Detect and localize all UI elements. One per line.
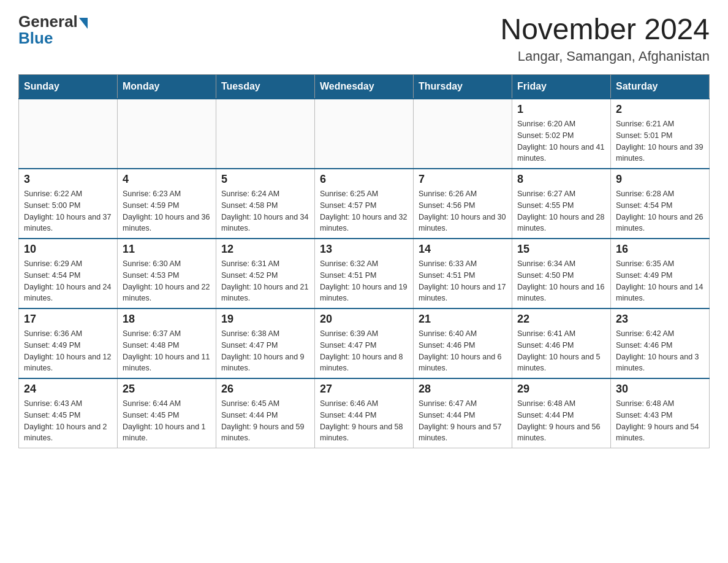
day-number: 22 xyxy=(517,313,605,326)
week-row-3: 10Sunrise: 6:29 AMSunset: 4:54 PMDayligh… xyxy=(19,239,710,308)
day-number: 4 xyxy=(123,173,211,186)
day-info: Sunrise: 6:23 AMSunset: 4:59 PMDaylight:… xyxy=(123,188,211,234)
day-info: Sunrise: 6:33 AMSunset: 4:51 PMDaylight:… xyxy=(419,258,507,304)
day-info: Sunrise: 6:31 AMSunset: 4:52 PMDaylight:… xyxy=(221,258,309,304)
day-info: Sunrise: 6:22 AMSunset: 5:00 PMDaylight:… xyxy=(24,188,112,234)
day-info: Sunrise: 6:42 AMSunset: 4:46 PMDaylight:… xyxy=(616,328,704,374)
day-number: 17 xyxy=(24,313,112,326)
logo-arrow-icon xyxy=(79,18,88,29)
day-number: 27 xyxy=(320,383,408,396)
day-info: Sunrise: 6:35 AMSunset: 4:49 PMDaylight:… xyxy=(616,258,704,304)
day-header-thursday: Thursday xyxy=(414,75,512,99)
calendar-cell: 25Sunrise: 6:44 AMSunset: 4:45 PMDayligh… xyxy=(118,378,216,448)
day-number: 8 xyxy=(517,173,605,186)
day-header-saturday: Saturday xyxy=(611,75,710,99)
day-number: 21 xyxy=(419,313,507,326)
logo: General Blue xyxy=(18,12,88,48)
day-info: Sunrise: 6:29 AMSunset: 4:54 PMDaylight:… xyxy=(24,258,112,304)
day-info: Sunrise: 6:30 AMSunset: 4:53 PMDaylight:… xyxy=(123,258,211,304)
day-number: 13 xyxy=(320,243,408,256)
week-row-4: 17Sunrise: 6:36 AMSunset: 4:49 PMDayligh… xyxy=(19,308,710,378)
day-info: Sunrise: 6:43 AMSunset: 4:45 PMDaylight:… xyxy=(24,398,112,444)
day-number: 6 xyxy=(320,173,408,186)
day-number: 23 xyxy=(616,313,704,326)
day-info: Sunrise: 6:27 AMSunset: 4:55 PMDaylight:… xyxy=(517,188,605,234)
calendar-cell xyxy=(19,99,118,169)
day-number: 30 xyxy=(616,383,704,396)
day-info: Sunrise: 6:32 AMSunset: 4:51 PMDaylight:… xyxy=(320,258,408,304)
calendar-cell: 23Sunrise: 6:42 AMSunset: 4:46 PMDayligh… xyxy=(611,308,710,378)
day-info: Sunrise: 6:48 AMSunset: 4:43 PMDaylight:… xyxy=(616,398,704,444)
calendar-cell: 18Sunrise: 6:37 AMSunset: 4:48 PMDayligh… xyxy=(118,308,216,378)
day-info: Sunrise: 6:26 AMSunset: 4:56 PMDaylight:… xyxy=(419,188,507,234)
calendar-cell xyxy=(414,99,512,169)
day-number: 24 xyxy=(24,383,112,396)
calendar-cell: 24Sunrise: 6:43 AMSunset: 4:45 PMDayligh… xyxy=(19,378,118,448)
calendar-cell xyxy=(216,99,315,169)
day-number: 3 xyxy=(24,173,112,186)
day-number: 28 xyxy=(419,383,507,396)
calendar-cell: 26Sunrise: 6:45 AMSunset: 4:44 PMDayligh… xyxy=(216,378,315,448)
calendar-subtitle: Langar, Samangan, Afghanistan xyxy=(500,48,710,64)
day-number: 7 xyxy=(419,173,507,186)
day-number: 14 xyxy=(419,243,507,256)
day-info: Sunrise: 6:37 AMSunset: 4:48 PMDaylight:… xyxy=(123,328,211,374)
day-header-tuesday: Tuesday xyxy=(216,75,315,99)
day-number: 5 xyxy=(221,173,309,186)
day-number: 29 xyxy=(517,383,605,396)
day-header-wednesday: Wednesday xyxy=(315,75,414,99)
day-info: Sunrise: 6:28 AMSunset: 4:54 PMDaylight:… xyxy=(616,188,704,234)
calendar-cell: 11Sunrise: 6:30 AMSunset: 4:53 PMDayligh… xyxy=(118,239,216,308)
title-area: November 2024 Langar, Samangan, Afghanis… xyxy=(500,12,710,64)
day-number: 2 xyxy=(616,103,704,116)
header: General Blue November 2024 Langar, Saman… xyxy=(18,12,710,64)
calendar-cell: 21Sunrise: 6:40 AMSunset: 4:46 PMDayligh… xyxy=(414,308,512,378)
calendar-cell: 9Sunrise: 6:28 AMSunset: 4:54 PMDaylight… xyxy=(611,169,710,239)
calendar-title: November 2024 xyxy=(500,12,710,46)
week-row-5: 24Sunrise: 6:43 AMSunset: 4:45 PMDayligh… xyxy=(19,378,710,448)
day-info: Sunrise: 6:24 AMSunset: 4:58 PMDaylight:… xyxy=(221,188,309,234)
logo-blue-text: Blue xyxy=(18,29,53,48)
calendar-cell: 7Sunrise: 6:26 AMSunset: 4:56 PMDaylight… xyxy=(414,169,512,239)
day-info: Sunrise: 6:46 AMSunset: 4:44 PMDaylight:… xyxy=(320,398,408,444)
day-info: Sunrise: 6:36 AMSunset: 4:49 PMDaylight:… xyxy=(24,328,112,374)
day-number: 9 xyxy=(616,173,704,186)
day-number: 20 xyxy=(320,313,408,326)
calendar-cell xyxy=(315,99,414,169)
calendar-table: SundayMondayTuesdayWednesdayThursdayFrid… xyxy=(18,74,710,448)
calendar-cell: 15Sunrise: 6:34 AMSunset: 4:50 PMDayligh… xyxy=(512,239,611,308)
day-info: Sunrise: 6:21 AMSunset: 5:01 PMDaylight:… xyxy=(616,118,704,164)
day-number: 10 xyxy=(24,243,112,256)
day-info: Sunrise: 6:48 AMSunset: 4:44 PMDaylight:… xyxy=(517,398,605,444)
calendar-cell xyxy=(118,99,216,169)
day-number: 1 xyxy=(517,103,605,116)
calendar-cell: 28Sunrise: 6:47 AMSunset: 4:44 PMDayligh… xyxy=(414,378,512,448)
calendar-cell: 1Sunrise: 6:20 AMSunset: 5:02 PMDaylight… xyxy=(512,99,611,169)
day-number: 26 xyxy=(221,383,309,396)
calendar-cell: 22Sunrise: 6:41 AMSunset: 4:46 PMDayligh… xyxy=(512,308,611,378)
day-info: Sunrise: 6:45 AMSunset: 4:44 PMDaylight:… xyxy=(221,398,309,444)
day-number: 19 xyxy=(221,313,309,326)
week-row-2: 3Sunrise: 6:22 AMSunset: 5:00 PMDaylight… xyxy=(19,169,710,239)
day-header-friday: Friday xyxy=(512,75,611,99)
day-number: 18 xyxy=(123,313,211,326)
calendar-cell: 27Sunrise: 6:46 AMSunset: 4:44 PMDayligh… xyxy=(315,378,414,448)
day-number: 25 xyxy=(123,383,211,396)
calendar-cell: 30Sunrise: 6:48 AMSunset: 4:43 PMDayligh… xyxy=(611,378,710,448)
calendar-cell: 29Sunrise: 6:48 AMSunset: 4:44 PMDayligh… xyxy=(512,378,611,448)
day-info: Sunrise: 6:20 AMSunset: 5:02 PMDaylight:… xyxy=(517,118,605,164)
day-number: 12 xyxy=(221,243,309,256)
calendar-cell: 20Sunrise: 6:39 AMSunset: 4:47 PMDayligh… xyxy=(315,308,414,378)
day-info: Sunrise: 6:38 AMSunset: 4:47 PMDaylight:… xyxy=(221,328,309,374)
day-header-monday: Monday xyxy=(118,75,216,99)
calendar-cell: 5Sunrise: 6:24 AMSunset: 4:58 PMDaylight… xyxy=(216,169,315,239)
day-header-sunday: Sunday xyxy=(19,75,118,99)
calendar-cell: 2Sunrise: 6:21 AMSunset: 5:01 PMDaylight… xyxy=(611,99,710,169)
calendar-cell: 6Sunrise: 6:25 AMSunset: 4:57 PMDaylight… xyxy=(315,169,414,239)
day-number: 16 xyxy=(616,243,704,256)
calendar-cell: 13Sunrise: 6:32 AMSunset: 4:51 PMDayligh… xyxy=(315,239,414,308)
day-info: Sunrise: 6:34 AMSunset: 4:50 PMDaylight:… xyxy=(517,258,605,304)
day-info: Sunrise: 6:40 AMSunset: 4:46 PMDaylight:… xyxy=(419,328,507,374)
calendar-cell: 16Sunrise: 6:35 AMSunset: 4:49 PMDayligh… xyxy=(611,239,710,308)
day-info: Sunrise: 6:41 AMSunset: 4:46 PMDaylight:… xyxy=(517,328,605,374)
